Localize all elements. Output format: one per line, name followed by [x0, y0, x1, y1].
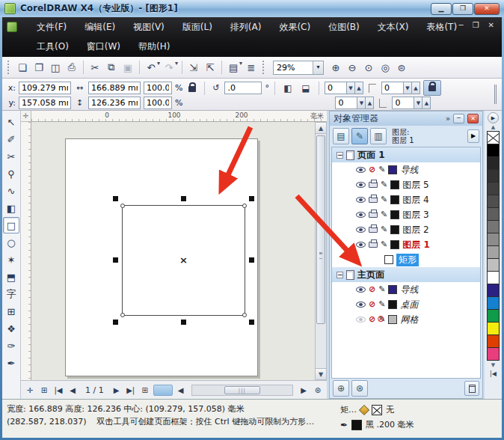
delete-layer-button[interactable]	[464, 381, 479, 396]
corner-radius-tl-stepper[interactable]: ▼▲	[325, 82, 363, 94]
editable-icon[interactable]: ✎	[381, 210, 387, 219]
print-button[interactable]: ⎙	[64, 60, 79, 76]
zoom-flyout-icon[interactable]: ⊛	[312, 384, 324, 397]
layer-row-图层 5[interactable]: ✎图层 5	[332, 177, 480, 192]
layer-color-swatch[interactable]	[388, 285, 397, 294]
corner-radius-bl-stepper[interactable]: ▼▲	[335, 97, 374, 109]
selection-handle[interactable]	[181, 320, 186, 325]
printable-icon[interactable]	[369, 242, 378, 248]
selection-handle[interactable]	[113, 196, 118, 201]
menu-window[interactable]: 窗口(W)	[78, 38, 129, 55]
non-printable-icon[interactable]: ⊘	[369, 286, 375, 293]
layer-row-图层 3[interactable]: ✎图层 3	[332, 207, 480, 222]
cut-button[interactable]: ✂	[87, 60, 102, 76]
eyedropper-tool[interactable]: ✑	[3, 337, 19, 354]
mirror-vertical-button[interactable]: ⬓	[298, 81, 313, 96]
last-page-button[interactable]: ▶|	[125, 384, 137, 397]
layer-row-导线[interactable]: ⊘✎导线	[332, 162, 480, 177]
selection-handle[interactable]	[113, 320, 118, 325]
vertical-ruler[interactable]	[21, 122, 31, 380]
editable-icon[interactable]: ✎	[381, 240, 387, 249]
non-printable-icon[interactable]: ⊘	[369, 316, 375, 323]
layer-color-swatch[interactable]	[390, 240, 399, 249]
edit-across-layers-button[interactable]: ✎	[351, 128, 368, 144]
rotation-angle-field[interactable]	[224, 82, 262, 94]
menu-bitmaps[interactable]: 位图(B)	[319, 19, 369, 36]
selected-rectangle[interactable]: ×	[122, 205, 245, 316]
open-button[interactable]: ❐	[31, 60, 46, 76]
object-fill-swatch[interactable]	[384, 255, 393, 264]
menu-tools[interactable]: 工具(O)	[28, 38, 78, 55]
palette-color-2[interactable]	[487, 169, 500, 183]
visibility-icon[interactable]	[356, 287, 366, 293]
layer-color-swatch[interactable]	[388, 315, 397, 324]
undo-dropdown-icon[interactable]: ▾	[157, 60, 160, 76]
non-printable-icon[interactable]: ⊘	[369, 301, 375, 308]
zoom-level-combo[interactable]: ▾	[273, 61, 324, 75]
editable-icon[interactable]: ✎	[378, 285, 385, 294]
corner-node[interactable]	[120, 313, 125, 317]
palette-color-15[interactable]	[487, 334, 500, 348]
horizontal-ruler[interactable]: 0 100 200 毫米	[31, 111, 327, 122]
navigator-flyout-icon[interactable]: ✛	[24, 384, 36, 397]
horizontal-scrollbar[interactable]: |||	[191, 385, 293, 396]
spin-up-icon[interactable]: ▲	[412, 82, 420, 94]
visibility-icon[interactable]	[356, 212, 366, 218]
corner-tl-input[interactable]	[325, 82, 347, 94]
scroll-right-icon[interactable]: ▶	[298, 384, 310, 397]
palette-color-1[interactable]	[487, 156, 500, 170]
corner-lock-button[interactable]	[423, 80, 441, 96]
visibility-icon[interactable]	[356, 197, 366, 203]
palette-color-6[interactable]	[487, 220, 500, 233]
x-position-field[interactable]	[19, 82, 71, 94]
layer-color-swatch[interactable]	[390, 180, 399, 189]
shape-tool[interactable]: ✐	[3, 131, 19, 147]
layer-color-swatch[interactable]	[388, 300, 397, 309]
vertical-scrollbar[interactable]: ▲ ▼	[315, 122, 327, 380]
palette-color-8[interactable]	[487, 245, 500, 259]
layer-row-桌面[interactable]: ⊘✎桌面	[332, 297, 480, 312]
menu-arrange[interactable]: 排列(A)	[221, 19, 271, 36]
polygon-tool[interactable]: ✶	[3, 251, 19, 268]
undo-button[interactable]: ↶	[144, 60, 159, 76]
no-color-swatch[interactable]	[487, 131, 500, 144]
blend-tool[interactable]: ❖	[3, 320, 19, 337]
palette-color-16[interactable]	[487, 347, 500, 361]
editable-icon[interactable]: ✎	[378, 165, 385, 174]
corner-radius-br-stepper[interactable]: ▼▲	[392, 97, 431, 109]
visibility-icon[interactable]	[356, 242, 366, 248]
child-minimize-icon[interactable]: ─	[459, 21, 464, 29]
selection-handle[interactable]	[113, 257, 118, 263]
zoom-selected-button[interactable]: ⊙	[361, 60, 376, 76]
palette-color-4[interactable]	[487, 195, 500, 208]
spin-up-icon[interactable]: ▲	[366, 97, 374, 109]
ruler-origin[interactable]: ✛	[21, 111, 31, 122]
printable-icon[interactable]	[369, 182, 378, 188]
corner-radius-tr-stepper[interactable]: ▼▲	[381, 82, 420, 94]
corner-node[interactable]	[120, 204, 125, 208]
docker-chevron-icon[interactable]: »	[446, 114, 450, 123]
menu-text[interactable]: 文本(X)	[369, 19, 418, 36]
editable-icon[interactable]: ✎	[381, 195, 387, 204]
redo-button[interactable]: ↷	[162, 60, 176, 76]
horizontal-scroll-thumb[interactable]: |||	[224, 386, 260, 394]
spin-down-icon[interactable]: ▼	[357, 97, 366, 109]
editable-icon[interactable]: ✎	[378, 315, 385, 324]
spin-up-icon[interactable]: ▲	[355, 82, 363, 94]
palette-flyout-icon[interactable]: ▶	[488, 112, 499, 123]
previous-page-button[interactable]: ◀	[67, 384, 79, 397]
docker-options-flyout-icon[interactable]: ▶	[467, 129, 479, 143]
docker-collapse-button[interactable]: ─	[453, 114, 464, 123]
zoom-combo-grip[interactable]	[262, 61, 266, 74]
smart-fill-tool[interactable]: ◧	[3, 200, 19, 216]
spin-down-icon[interactable]: ▼	[404, 82, 412, 94]
save-button[interactable]: ◫	[48, 60, 63, 76]
document-window-icon[interactable]	[7, 22, 17, 32]
options-button[interactable]: ≣	[244, 60, 259, 76]
layer-row-图层 1[interactable]: ✎图层 1	[332, 237, 480, 252]
spin-up-icon[interactable]: ▲	[422, 97, 431, 109]
menu-file[interactable]: 文件(F)	[28, 19, 76, 36]
mirror-horizontal-button[interactable]: ◧	[280, 81, 295, 96]
expander-icon[interactable]: −	[336, 272, 343, 278]
scroll-up-icon[interactable]: ▲	[316, 123, 326, 134]
